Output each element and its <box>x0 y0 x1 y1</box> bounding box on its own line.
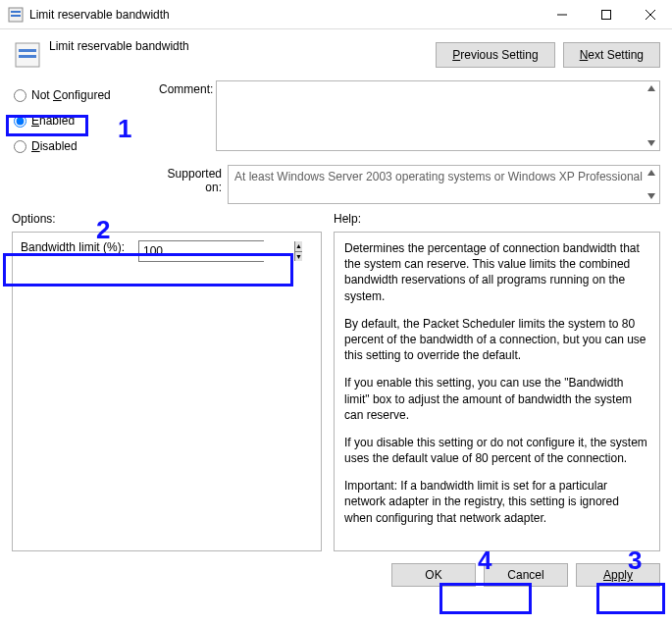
app-icon <box>8 7 24 23</box>
help-p2: By default, the Packet Scheduler limits … <box>344 316 649 364</box>
help-p4: If you disable this setting or do not co… <box>344 435 649 466</box>
ok-button[interactable]: OK <box>391 563 476 587</box>
spin-up-button[interactable]: ▲ <box>295 241 302 252</box>
supported-label: Supported on: <box>159 165 228 204</box>
radio-enabled-input[interactable] <box>14 115 26 128</box>
state-radios: Not Configured Enabled Disabled <box>12 80 159 159</box>
svg-marker-10 <box>647 85 655 91</box>
footer: OK Cancel Apply <box>0 551 672 599</box>
options-label: Options: <box>12 212 334 226</box>
scroll-down-icon[interactable] <box>646 139 656 147</box>
help-p3: If you enable this setting, you can use … <box>344 375 649 423</box>
header-title: Limit reservable bandwidth <box>49 39 428 53</box>
help-label: Help: <box>334 212 361 226</box>
svg-rect-2 <box>11 15 21 17</box>
svg-marker-13 <box>647 193 655 199</box>
comment-label: Comment: <box>159 80 216 159</box>
scroll-down-icon[interactable] <box>646 192 656 200</box>
svg-rect-1 <box>11 11 21 13</box>
header: Limit reservable bandwidth Previous Sett… <box>0 29 672 78</box>
policy-icon <box>12 39 43 71</box>
apply-button[interactable]: Apply <box>576 563 660 587</box>
radio-disabled[interactable]: Disabled <box>12 133 159 159</box>
svg-marker-12 <box>647 170 655 176</box>
bandwidth-label: Bandwidth limit (%): <box>21 240 138 254</box>
help-p5: Important: If a bandwidth limit is set f… <box>344 478 649 526</box>
bandwidth-input[interactable] <box>139 241 294 261</box>
svg-rect-9 <box>19 55 36 58</box>
svg-rect-4 <box>601 10 610 19</box>
options-pane: Bandwidth limit (%): ▲ ▼ <box>12 232 322 551</box>
radio-disabled-input[interactable] <box>14 140 26 153</box>
supported-text: At least Windows Server 2003 operating s… <box>234 170 643 183</box>
supported-field: At least Windows Server 2003 operating s… <box>228 165 660 204</box>
titlebar: Limit reservable bandwidth <box>0 0 672 29</box>
bandwidth-spinner[interactable]: ▲ ▼ <box>138 240 264 262</box>
radio-not-configured[interactable]: Not Configured <box>12 82 159 108</box>
svg-marker-11 <box>647 140 655 146</box>
scroll-up-icon[interactable] <box>646 84 656 92</box>
cancel-button[interactable]: Cancel <box>484 563 568 587</box>
previous-setting-button[interactable]: Previous Setting <box>436 42 554 68</box>
comment-field[interactable] <box>216 80 660 151</box>
radio-disabled-label: Disabled <box>31 139 78 153</box>
radio-not-configured-label: Not Configured <box>31 88 111 102</box>
maximize-button[interactable] <box>584 0 628 28</box>
close-button[interactable] <box>628 0 672 28</box>
spin-down-button[interactable]: ▼ <box>295 252 302 262</box>
help-p1: Determines the percentage of connection … <box>344 240 649 304</box>
radio-enabled[interactable]: Enabled <box>12 108 159 133</box>
svg-rect-8 <box>19 49 36 52</box>
help-pane: Determines the percentage of connection … <box>334 232 660 551</box>
radio-enabled-label: Enabled <box>31 114 75 128</box>
next-setting-button[interactable]: Next Setting <box>563 42 660 68</box>
window-title: Limit reservable bandwidth <box>29 8 540 22</box>
minimize-button[interactable] <box>540 0 584 28</box>
radio-not-configured-input[interactable] <box>14 89 26 102</box>
scroll-up-icon[interactable] <box>646 169 656 177</box>
